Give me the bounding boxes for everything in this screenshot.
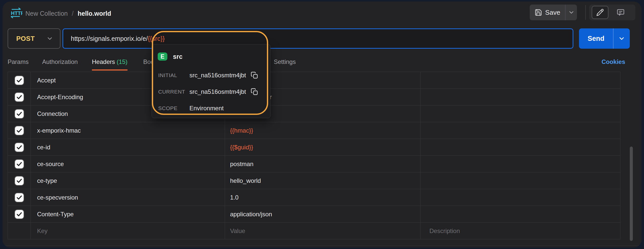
checkmark-icon <box>16 211 23 218</box>
header-value-cell[interactable]: postman <box>225 156 421 172</box>
tab-params[interactable]: Params <box>8 58 29 65</box>
header-key-cell[interactable]: x-emporix-hmac <box>31 122 225 139</box>
edit-button[interactable] <box>592 6 608 19</box>
panel-bottom-divider <box>3 245 641 246</box>
checkmark-icon <box>16 111 23 117</box>
header-description-cell[interactable] <box>421 189 620 206</box>
header-enabled-cell <box>8 105 31 122</box>
url-text: https://signals.emporix.io/e/ <box>71 35 148 42</box>
header-key-cell[interactable]: ce-id <box>31 139 225 155</box>
request-tabs: Params Authorization Headers (15) Body S… <box>3 55 641 72</box>
header-enabled-checkbox[interactable] <box>15 126 24 135</box>
header-value-cell[interactable]: 1.0 <box>225 189 421 206</box>
method-value: POST <box>16 35 35 43</box>
save-button-group: Save <box>530 5 577 20</box>
vertical-scrollbar-thumb[interactable] <box>630 147 633 241</box>
header-description-cell[interactable] <box>421 122 620 139</box>
svg-text:HTTP: HTTP <box>11 10 22 16</box>
key-placeholder-cell[interactable]: Key <box>31 223 225 239</box>
breadcrumb-collection[interactable]: New Collection <box>25 10 68 17</box>
header-row: Accept-Encoding gzip, deflate, br <box>8 89 620 105</box>
header-description-cell[interactable] <box>421 172 620 189</box>
header-enabled-checkbox[interactable] <box>15 210 24 219</box>
request-bar: POST https://signals.emporix.io/e/{{src}… <box>3 28 641 49</box>
header-value-cell[interactable]: {{$guid}} <box>225 139 421 155</box>
header-enabled-cell <box>8 139 31 155</box>
header-description-cell[interactable] <box>421 105 620 122</box>
header-value-cell[interactable]: {{hmac}} <box>225 122 421 139</box>
send-options-chevron[interactable] <box>613 28 630 49</box>
header-description-cell[interactable] <box>421 89 620 105</box>
copy-icon[interactable] <box>250 88 259 96</box>
header-description-cell[interactable] <box>421 156 620 172</box>
save-button-label: Save <box>545 9 560 16</box>
cookies-link[interactable]: Cookies <box>602 58 625 65</box>
method-chevron-icon <box>46 35 53 42</box>
header-enabled-cell <box>8 156 31 172</box>
variable-popover-header: E src <box>158 52 183 61</box>
copy-icon[interactable] <box>250 71 259 79</box>
header-row: ce-id {{$guid}} <box>8 139 620 156</box>
variable-field-value: Environment <box>189 105 265 112</box>
http-request-icon: HTTP <box>9 6 22 19</box>
header-row: ce-type hello_world <box>8 172 620 189</box>
variable-name: src <box>173 53 183 60</box>
variable-field-row: CURRENT src_na516osmtm4jbt <box>158 87 265 96</box>
header-row: Connection <box>8 105 620 122</box>
header-description-cell[interactable] <box>421 206 620 222</box>
description-placeholder-cell[interactable]: Description <box>421 223 620 239</box>
comment-button[interactable] <box>616 7 626 17</box>
header-enabled-checkbox[interactable] <box>15 176 24 185</box>
header-row: Content-Type application/json <box>8 206 620 223</box>
header-value-cell[interactable]: application/json <box>225 206 421 222</box>
header-enabled-cell <box>8 172 31 189</box>
header-key-cell[interactable]: ce-type <box>31 172 225 189</box>
header-description-cell[interactable] <box>421 72 620 88</box>
header-row: x-emporix-hmac {{hmac}} <box>8 122 620 139</box>
tab-headers[interactable]: Headers (15) <box>92 58 127 70</box>
header-enabled-cell <box>8 189 31 206</box>
new-header-row: Key Value Description <box>8 223 620 239</box>
header-key-cell[interactable]: ce-source <box>31 156 225 172</box>
header-description-cell[interactable] <box>421 139 620 155</box>
url-variable[interactable]: {{src}} <box>148 35 165 42</box>
tab-authorization[interactable]: Authorization <box>42 58 78 65</box>
app-window: HTTP New Collection / hello.world Save <box>3 2 641 247</box>
topbar-icon-group <box>589 5 635 20</box>
header-enabled-cell <box>8 72 31 88</box>
header-enabled-checkbox[interactable] <box>15 110 24 118</box>
tab-settings[interactable]: Settings <box>274 58 296 65</box>
comment-icon <box>616 8 625 17</box>
send-button[interactable]: Send <box>579 28 613 49</box>
variable-field-value: src_na516osmtm4jbt <box>189 88 250 95</box>
header-enabled-checkbox[interactable] <box>15 143 24 152</box>
header-value-cell[interactable]: hello_world <box>225 172 421 189</box>
header-enabled-cell <box>8 206 31 222</box>
header-key-cell[interactable]: Content-Type <box>31 206 225 222</box>
checkmark-icon <box>16 127 23 134</box>
header-enabled-checkbox[interactable] <box>15 76 24 85</box>
url-input[interactable]: https://signals.emporix.io/e/{{src}} <box>62 28 573 49</box>
breadcrumb-request-name[interactable]: hello.world <box>78 10 111 17</box>
header-enabled-checkbox[interactable] <box>15 93 24 101</box>
breadcrumb-separator: / <box>72 10 74 17</box>
header-enabled-cell <box>8 122 31 139</box>
save-options-chevron[interactable] <box>565 5 577 20</box>
header-key-cell[interactable]: ce-specversion <box>31 189 225 206</box>
save-icon <box>535 9 542 16</box>
variable-field-label: CURRENT <box>158 89 189 95</box>
save-button[interactable]: Save <box>530 5 565 20</box>
pencil-icon <box>596 9 604 16</box>
variable-field-label: SCOPE <box>158 105 189 111</box>
header-enabled-checkbox[interactable] <box>15 193 24 202</box>
checkmark-icon <box>16 77 23 84</box>
headers-count-badge: (15) <box>117 58 127 65</box>
method-select[interactable]: POST <box>8 28 60 49</box>
checkmark-icon <box>16 94 23 100</box>
header-enabled-cell <box>8 223 31 239</box>
value-placeholder-cell[interactable]: Value <box>225 223 421 239</box>
variable-field-label: INITIAL <box>158 72 189 78</box>
header-enabled-checkbox[interactable] <box>15 160 24 168</box>
checkmark-icon <box>16 161 23 167</box>
breadcrumb: New Collection / hello.world <box>25 9 111 18</box>
